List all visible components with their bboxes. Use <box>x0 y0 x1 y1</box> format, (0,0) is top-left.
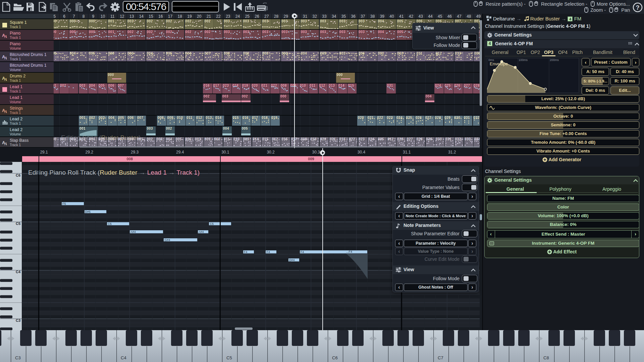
svg-text:?: ? <box>636 4 640 11</box>
